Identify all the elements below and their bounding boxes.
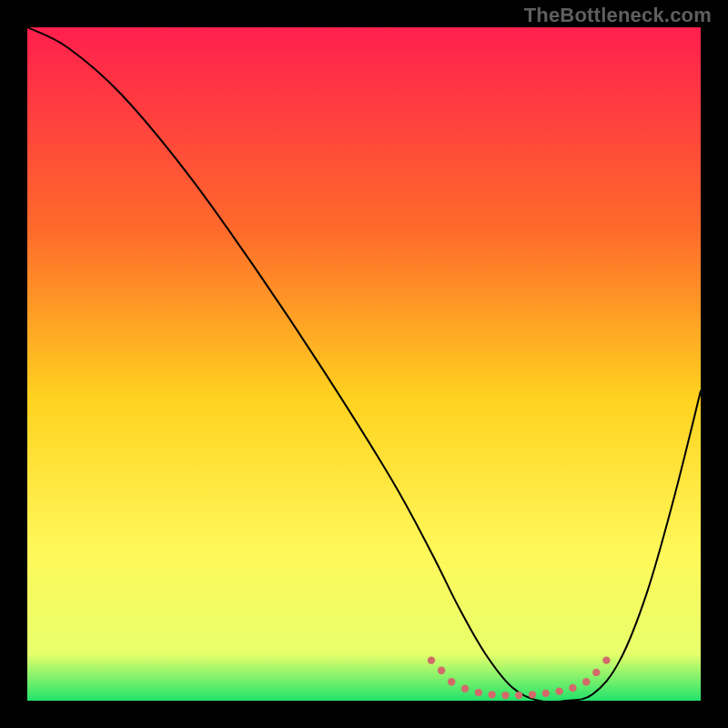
chart-frame: TheBottleneck.com [0, 0, 728, 728]
optimal-band-dot [475, 689, 482, 696]
optimal-band-dot [555, 687, 562, 694]
optimal-band-dot [592, 669, 600, 676]
optimal-band-dot [488, 691, 495, 698]
optimal-band-dot [515, 692, 522, 699]
optimal-band-dot [602, 656, 610, 663]
chart-svg [27, 27, 701, 701]
optimal-band-dot [582, 678, 590, 685]
optimal-band-dot [448, 678, 455, 685]
optimal-band-dot [501, 692, 509, 699]
optimal-band-dot [461, 684, 469, 692]
optimal-band-dot [438, 667, 445, 674]
optimal-band-dot [569, 684, 576, 692]
watermark-text: TheBottleneck.com [524, 4, 712, 27]
optimal-band-dot [428, 656, 435, 663]
optimal-band-dot [529, 691, 536, 698]
gradient-background [27, 27, 701, 701]
optimal-band-dot [542, 690, 550, 697]
chart-plot-area [27, 27, 701, 701]
